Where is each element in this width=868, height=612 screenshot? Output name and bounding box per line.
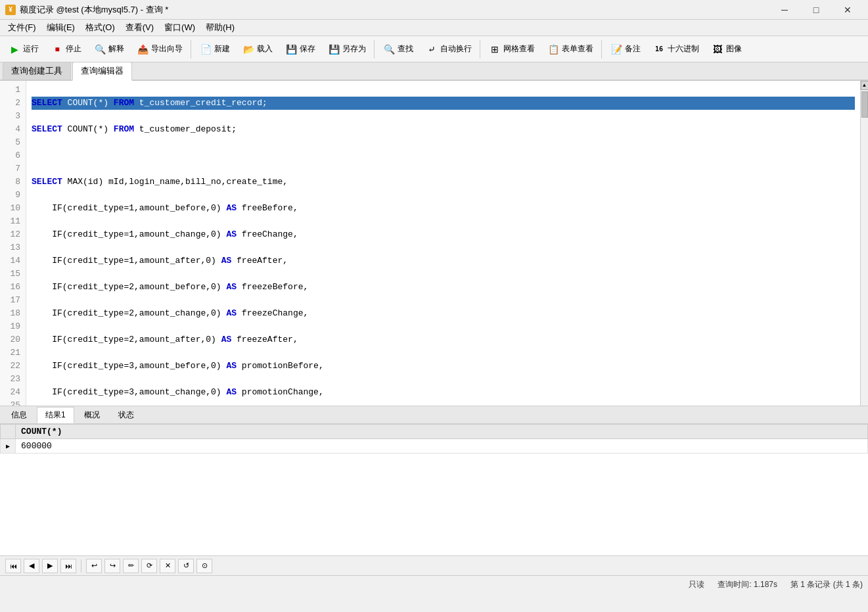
query-tabs: 查询创建工具 查询编辑器 xyxy=(0,62,868,81)
autowrap-icon: ⤶ xyxy=(425,43,438,56)
image-icon: 🖼 xyxy=(711,43,724,56)
menu-view[interactable]: 查看(V) xyxy=(120,20,159,35)
scroll-thumb[interactable] xyxy=(861,91,868,118)
form-button[interactable]: 📋 表单查看 xyxy=(541,39,599,60)
code-line-5: IF(credit_type=1,amount_before,0) AS fre… xyxy=(32,202,855,215)
code-line-6: IF(credit_type=1,amount_change,0) AS fre… xyxy=(32,228,855,241)
status-bar: 只读 查询时间: 1.187s 第 1 条记录 (共 1 条) xyxy=(0,575,868,594)
title-bar: ¥ 额度记录 @test (本地mysql5.7) - 查询 * ─ □ ✕ xyxy=(0,0,868,20)
nav-delete-button[interactable]: ✕ xyxy=(160,559,175,573)
nav-refresh-button[interactable]: ↺ xyxy=(178,559,194,573)
form-icon: 📋 xyxy=(547,43,560,56)
menu-bar: 文件(F) 编辑(E) 格式(O) 查看(V) 窗口(W) 帮助(H) xyxy=(0,20,868,36)
export-icon: 📤 xyxy=(136,43,149,56)
code-line-9: IF(credit_type=2,amount_change,0) AS fre… xyxy=(32,307,855,320)
title-left: ¥ 额度记录 @test (本地mysql5.7) - 查询 * xyxy=(5,4,168,16)
explain-icon: 🔍 xyxy=(93,43,106,56)
hex-icon: 16 xyxy=(652,43,666,56)
code-line-7: IF(credit_type=1,amount_after,0) AS free… xyxy=(32,254,855,268)
run-icon: ▶ xyxy=(8,43,21,56)
cell-count-value: 600000 xyxy=(16,439,868,454)
load-button[interactable]: 📂 载入 xyxy=(237,39,278,60)
code-line-1: SELECT COUNT(*) FROM t_customer_credit_r… xyxy=(32,97,855,110)
sql-code[interactable]: SELECT COUNT(*) FROM t_customer_credit_r… xyxy=(26,81,860,406)
note-icon: 📝 xyxy=(610,43,623,56)
toolbar-sep-1 xyxy=(191,40,191,59)
table-row-marker-header xyxy=(1,425,16,439)
maximize-button[interactable]: □ xyxy=(801,0,831,20)
find-button[interactable]: 🔍 查找 xyxy=(377,39,419,60)
status-readonly: 只读 xyxy=(689,579,704,590)
menu-edit[interactable]: 编辑(E) xyxy=(41,20,80,35)
note-button[interactable]: 📝 备注 xyxy=(605,39,646,60)
saveas-button[interactable]: 💾 另存为 xyxy=(322,39,371,60)
code-editor[interactable]: 1 2 3 4 5 6 7 8 9 10 11 12 13 14 15 16 1… xyxy=(0,81,868,406)
tab-info[interactable]: 信息 xyxy=(3,407,35,423)
new-icon: 📄 xyxy=(199,43,212,56)
nav-undo-button[interactable]: ↩ xyxy=(86,559,102,573)
menu-help[interactable]: 帮助(H) xyxy=(200,20,240,35)
autowrap-button[interactable]: ⤶ 自动换行 xyxy=(420,39,477,60)
nav-first-button[interactable]: ⏮ xyxy=(5,559,21,573)
hex-button[interactable]: 16 十六进制 xyxy=(647,39,704,60)
toolbar-sep-3 xyxy=(480,40,480,59)
nav-apply-button[interactable]: ⊙ xyxy=(196,559,212,573)
result-tabs: 信息 结果1 概况 状态 xyxy=(0,406,868,424)
app-icon: ¥ xyxy=(5,5,16,15)
nav-bar: ⏮ ◀ ▶ ⏭ ↩ ↪ ✏ ⟳ ✕ ↺ ⊙ xyxy=(0,555,868,575)
results-table: COUNT(*) ▶ 600000 xyxy=(0,424,868,454)
code-line-4: SELECT MAX(id) mId,login_name,bill_no,cr… xyxy=(32,176,855,189)
toolbar-sep-4 xyxy=(601,40,602,59)
nav-sep-1 xyxy=(81,559,81,573)
code-line-3 xyxy=(32,149,855,162)
tab-result1[interactable]: 结果1 xyxy=(37,407,74,423)
code-line-2: SELECT COUNT(*) FROM t_customer_deposit; xyxy=(32,123,855,136)
nav-next-button[interactable]: ▶ xyxy=(42,559,58,573)
tab-status[interactable]: 状态 xyxy=(110,407,143,423)
status-records: 第 1 条记录 (共 1 条) xyxy=(790,579,863,590)
tab-query-editor[interactable]: 查询编辑器 xyxy=(72,62,132,81)
menu-format[interactable]: 格式(O) xyxy=(80,20,120,35)
load-icon: 📂 xyxy=(242,43,255,56)
code-line-11: IF(credit_type=3,amount_before,0) AS pro… xyxy=(32,360,855,373)
menu-window[interactable]: 窗口(W) xyxy=(159,20,200,35)
window-controls: ─ □ ✕ xyxy=(769,0,863,20)
nav-redo-button[interactable]: ↪ xyxy=(104,559,120,573)
row-arrow: ▶ xyxy=(1,439,16,454)
code-line-12: IF(credit_type=3,amount_change,0) AS pro… xyxy=(32,386,855,399)
save-icon: 💾 xyxy=(285,43,298,56)
save-button[interactable]: 💾 保存 xyxy=(279,39,321,60)
results-panel[interactable]: COUNT(*) ▶ 600000 xyxy=(0,424,868,555)
close-button[interactable]: ✕ xyxy=(833,0,863,20)
menu-file[interactable]: 文件(F) xyxy=(3,20,41,35)
line-numbers: 1 2 3 4 5 6 7 8 9 10 11 12 13 14 15 16 1… xyxy=(0,81,26,406)
minimize-button[interactable]: ─ xyxy=(769,0,800,20)
new-button[interactable]: 📄 新建 xyxy=(194,39,235,60)
window-title: 额度记录 @test (本地mysql5.7) - 查询 * xyxy=(20,4,168,16)
nav-last-button[interactable]: ⏭ xyxy=(60,559,76,573)
find-icon: 🔍 xyxy=(382,43,396,56)
image-button[interactable]: 🖼 图像 xyxy=(706,39,747,60)
stop-icon: ■ xyxy=(51,43,64,56)
run-button[interactable]: ▶ 运行 xyxy=(3,39,44,60)
tab-query-builder[interactable]: 查询创建工具 xyxy=(3,62,71,80)
tab-overview[interactable]: 概况 xyxy=(76,407,108,423)
stop-button[interactable]: ■ 停止 xyxy=(45,39,87,60)
nav-prev-button[interactable]: ◀ xyxy=(24,559,39,573)
code-line-8: IF(credit_type=2,amount_before,0) AS fre… xyxy=(32,281,855,294)
col-count: COUNT(*) xyxy=(16,425,868,439)
export-button[interactable]: 📤 导出向导 xyxy=(131,39,188,60)
main-area: 1 2 3 4 5 6 7 8 9 10 11 12 13 14 15 16 1… xyxy=(0,81,868,555)
toolbar: ▶ 运行 ■ 停止 🔍 解释 📤 导出向导 📄 新建 📂 载入 💾 保存 💾 另… xyxy=(0,36,868,62)
scroll-up-arrow[interactable]: ▲ xyxy=(861,81,869,90)
saveas-icon: 💾 xyxy=(327,43,340,56)
status-query-time: 查询时间: 1.187s xyxy=(718,579,777,590)
nav-edit-button[interactable]: ✏ xyxy=(123,559,139,573)
code-line-10: IF(credit_type=2,amount_after,0) AS free… xyxy=(32,333,855,346)
nav-add-button[interactable]: ⟳ xyxy=(141,559,157,573)
grid-button[interactable]: ⊞ 网格查看 xyxy=(483,39,540,60)
grid-icon: ⊞ xyxy=(488,43,501,56)
toolbar-sep-2 xyxy=(374,40,375,59)
editor-scrollbar[interactable]: ▲ xyxy=(860,81,868,406)
explain-button[interactable]: 🔍 解释 xyxy=(88,39,129,60)
